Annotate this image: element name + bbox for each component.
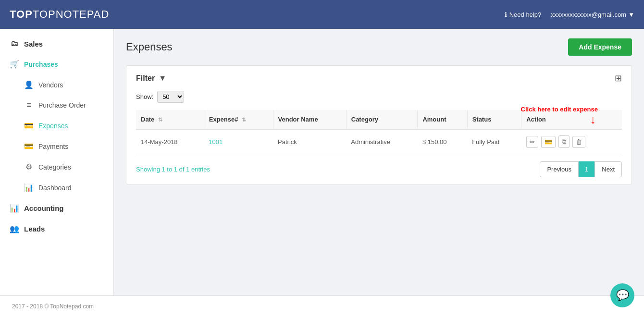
sidebar-label-purchase-order: Purchase Order [38, 101, 86, 109]
payments-icon: 💳 [24, 142, 34, 151]
page-title: Expenses [126, 41, 173, 53]
sidebar-item-vendors[interactable]: 👤 Vendors [0, 74, 113, 95]
vendors-icon: 👤 [24, 80, 34, 89]
down-arrow-icon: ↓ [590, 113, 596, 126]
sidebar-label-leads: Leads [24, 225, 45, 233]
main-content: Expenses Add Expense Filter ▼ ⊞ Show: 50… [114, 29, 644, 295]
sidebar-label-categories: Categories [38, 163, 71, 171]
logo: TopTopNotepad [10, 8, 109, 21]
col-expense-num: Expense# ⇅ [204, 110, 273, 129]
currency-symbol: $ [422, 138, 426, 146]
cell-vendor: Patrick [273, 129, 346, 154]
user-menu[interactable]: xxxxxxxxxxxxx@gmail.com ▼ [551, 11, 634, 18]
edit-button[interactable]: ✏ [526, 136, 538, 148]
filter-header: Filter ▼ ⊞ [136, 73, 622, 84]
sort-expense-icon[interactable]: ⇅ [242, 117, 246, 122]
sidebar-label-vendors: Vendors [38, 81, 63, 89]
show-label: Show: [136, 93, 153, 100]
sidebar-label-dashboard: Dashboard [38, 184, 72, 192]
cell-date: 14-May-2018 [136, 129, 204, 154]
sidebar-label-sales: Sales [24, 40, 43, 48]
sidebar-label-purchases: Purchases [24, 61, 58, 68]
col-date: Date ⇅ [136, 110, 204, 129]
action-cell: ✏ 💳 ⧉ 🗑 [526, 135, 617, 148]
current-page[interactable]: 1 [579, 161, 594, 177]
sidebar-item-dashboard[interactable]: 📊 Dashboard [0, 177, 113, 198]
accounting-icon: 📊 [10, 204, 19, 213]
copy-button[interactable]: ⧉ [558, 135, 570, 148]
col-vendor: Vendor Name [273, 110, 346, 129]
show-select[interactable]: 50 10 25 100 [157, 91, 184, 103]
sidebar-label-expenses: Expenses [38, 122, 68, 130]
header-right: ℹ Need help? xxxxxxxxxxxxx@gmail.com ▼ [505, 11, 634, 18]
purchase-order-icon: ≡ [24, 101, 34, 110]
help-link[interactable]: ℹ Need help? [505, 11, 542, 18]
leads-icon: 👥 [10, 224, 19, 233]
filter-panel: Filter ▼ ⊞ Show: 50 10 25 100 Click here… [126, 65, 632, 185]
help-icon: ℹ [505, 11, 507, 18]
amount-value: 150.00 [428, 138, 447, 146]
showing-range: 1 to 1 of 1 [161, 166, 189, 173]
sidebar-label-accounting: Accounting [24, 204, 64, 212]
sidebar-item-payments[interactable]: 💳 Payments [0, 136, 113, 157]
page-header: Expenses Add Expense [126, 38, 632, 56]
footer: 2017 - 2018 © TopNotepad.com [0, 295, 644, 317]
cell-category: Administrative [346, 129, 418, 154]
col-category: Category [346, 110, 418, 129]
add-expense-button[interactable]: Add Expense [568, 38, 632, 56]
chevron-down-icon: ▼ [628, 11, 634, 18]
cell-action: ✏ 💳 ⧉ 🗑 [521, 129, 622, 154]
pagination: Previous 1 Next [540, 161, 622, 177]
show-row: Show: 50 10 25 100 [136, 91, 622, 103]
sidebar-item-leads[interactable]: 👥 Leads [0, 219, 113, 239]
previous-button[interactable]: Previous [540, 161, 579, 177]
dashboard-icon: 📊 [24, 183, 34, 192]
layout: 🗂 Sales 🛒 Purchases 👤 Vendors ≡ Purchase… [0, 29, 644, 295]
footer-text: 2017 - 2018 © TopNotepad.com [12, 303, 94, 310]
categories-icon: ⚙ [24, 162, 34, 171]
tooltip-text: Click here to edit expense [521, 106, 598, 113]
sidebar-item-purchases[interactable]: 🛒 Purchases [0, 54, 113, 74]
chat-bubble[interactable]: 💬 [610, 283, 634, 307]
cell-amount: $ 150.00 [418, 129, 467, 154]
filter-title: Filter ▼ [136, 74, 166, 83]
showing-text: Showing 1 to 1 of 1 entries [136, 166, 210, 173]
sidebar-item-sales[interactable]: 🗂 Sales [0, 34, 113, 54]
sidebar-item-expenses[interactable]: 💳 Expenses [0, 115, 113, 136]
user-email-text: xxxxxxxxxxxxx@gmail.com [551, 11, 626, 18]
showing-suffix: entries [191, 166, 210, 173]
card-button[interactable]: 💳 [541, 136, 556, 148]
cell-expense-num: 1001 [204, 129, 273, 154]
expenses-icon: 💳 [24, 121, 34, 130]
sidebar: 🗂 Sales 🛒 Purchases 👤 Vendors ≡ Purchase… [0, 29, 114, 295]
showing-label: Showing [136, 166, 161, 173]
header: TopTopNotepad ℹ Need help? xxxxxxxxxxxxx… [0, 0, 644, 29]
col-amount: Amount [418, 110, 467, 129]
table-footer: Showing 1 to 1 of 1 entries Previous 1 N… [136, 161, 622, 177]
filter-icon: ▼ [159, 74, 166, 83]
cell-status: Fully Paid [467, 129, 521, 154]
purchases-icon: 🛒 [10, 60, 19, 69]
delete-button[interactable]: 🗑 [572, 136, 585, 148]
sort-date-icon[interactable]: ⇅ [158, 117, 162, 122]
next-button[interactable]: Next [594, 161, 622, 177]
col-status: Status [467, 110, 521, 129]
sidebar-item-categories[interactable]: ⚙ Categories [0, 157, 113, 177]
sidebar-label-payments: Payments [38, 143, 68, 150]
sidebar-item-accounting[interactable]: 📊 Accounting [0, 198, 113, 219]
filter-label: Filter [136, 74, 155, 83]
export-icon[interactable]: ⊞ [615, 73, 622, 84]
sidebar-item-purchase-order[interactable]: ≡ Purchase Order [0, 95, 113, 115]
sales-icon: 🗂 [10, 39, 19, 48]
help-label: Need help? [509, 11, 542, 18]
table-row: 14-May-2018 1001 Patrick Administrative … [136, 129, 622, 154]
tooltip-container: Click here to edit expense ↓ [521, 105, 598, 126]
